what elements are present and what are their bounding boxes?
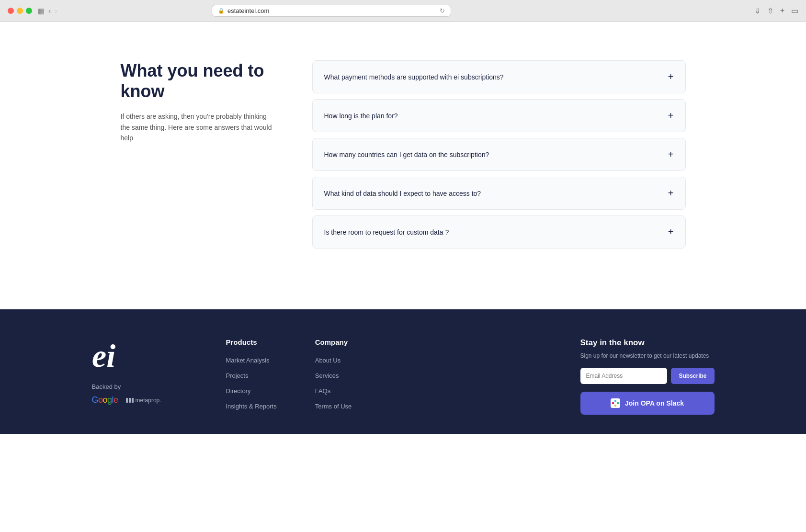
faq-expand-icon-1: + <box>668 71 674 82</box>
faq-list: What payment methods are supported with … <box>312 60 686 249</box>
slack-icon <box>611 398 620 408</box>
footer-link-projects[interactable]: Projects <box>226 372 249 379</box>
footer: ei Backed by Google metaprop. <box>0 309 806 434</box>
faq-item-4[interactable]: What kind of data should I expect to hav… <box>312 177 686 210</box>
footer-col-products: Products Market Analysis Projects Direct… <box>226 338 277 410</box>
faq-question-5: Is there room to request for custom data… <box>324 228 449 236</box>
faq-expand-icon-2: + <box>668 110 674 121</box>
faq-expand-icon-4: + <box>668 188 674 199</box>
list-item: About Us <box>315 356 352 364</box>
faq-section: What you need to know If others are aski… <box>92 22 715 287</box>
browser-chrome: ▦ ‹ › 🔒 estateintel.com ↻ ⇓ ⇧ + ▭ <box>0 0 806 22</box>
footer-link-market-analysis[interactable]: Market Analysis <box>226 357 270 364</box>
metaprop-text: metaprop. <box>136 397 161 404</box>
download-icon[interactable]: ⇓ <box>754 6 761 15</box>
faq-question-3: How many countries can I get data on the… <box>324 151 489 158</box>
list-item: Services <box>315 371 352 380</box>
email-input[interactable] <box>580 368 668 384</box>
faq-item-5[interactable]: Is there room to request for custom data… <box>312 215 686 249</box>
footer-link-terms[interactable]: Terms of Use <box>315 403 352 410</box>
browser-nav-icons: ▦ ‹ › <box>38 7 57 15</box>
footer-col-company: Company About Us Services FAQs Terms of … <box>315 338 352 410</box>
traffic-lights <box>8 8 32 14</box>
svg-rect-6 <box>617 402 619 404</box>
list-item: Insights & Reports <box>226 402 277 410</box>
footer-col-products-heading: Products <box>226 338 277 346</box>
svg-text:ei: ei <box>92 338 115 372</box>
minimize-button[interactable] <box>17 8 23 14</box>
newsletter-heading: Stay in the know <box>580 338 715 348</box>
list-item: Projects <box>226 371 277 380</box>
newsletter-form: Subscribe <box>580 368 715 384</box>
lock-icon: 🔒 <box>218 8 225 14</box>
page-content: What you need to know If others are aski… <box>0 22 806 309</box>
faq-item-3[interactable]: How many countries can I get data on the… <box>312 138 686 171</box>
faq-title: What you need to know <box>121 60 274 102</box>
faq-subtitle: If others are asking, then you're probab… <box>121 111 274 143</box>
list-item: FAQs <box>315 386 352 395</box>
list-item: Market Analysis <box>226 356 277 364</box>
footer-link-services[interactable]: Services <box>315 372 339 379</box>
svg-rect-2 <box>129 398 131 403</box>
subscribe-button[interactable]: Subscribe <box>671 368 714 384</box>
backed-by-logos: Google metaprop. <box>92 395 197 405</box>
footer-inner: ei Backed by Google metaprop. <box>92 338 715 415</box>
metaprop-icon <box>126 396 134 404</box>
metaprop-logo: metaprop. <box>126 396 161 404</box>
footer-col-products-list: Market Analysis Projects Directory Insig… <box>226 356 277 410</box>
list-item: Directory <box>226 386 277 395</box>
faq-question-2: How long is the plan for? <box>324 112 398 120</box>
faq-item-2[interactable]: How long is the plan for? + <box>312 99 686 132</box>
url-text: estateintel.com <box>227 7 269 14</box>
svg-rect-3 <box>132 398 134 403</box>
footer-brand: ei Backed by Google metaprop. <box>92 338 197 405</box>
footer-col-company-heading: Company <box>315 338 352 346</box>
faq-expand-icon-5: + <box>668 226 674 238</box>
url-bar[interactable]: 🔒 estateintel.com ↻ <box>212 5 451 17</box>
back-icon[interactable]: ‹ <box>48 7 51 15</box>
forward-icon[interactable]: › <box>55 7 57 15</box>
reload-icon[interactable]: ↻ <box>440 7 445 14</box>
sidebar-toggle-icon[interactable]: ▦ <box>38 7 45 15</box>
footer-links: Products Market Analysis Projects Direct… <box>226 338 552 410</box>
google-logo: Google <box>92 395 118 405</box>
maximize-button[interactable] <box>26 8 32 14</box>
newsletter-description: Sign up for our newsletter to get our la… <box>580 351 715 360</box>
footer-link-directory[interactable]: Directory <box>226 387 251 395</box>
ei-logo-svg: ei <box>92 338 130 372</box>
faq-question-4: What kind of data should I expect to hav… <box>324 190 481 197</box>
svg-rect-4 <box>612 402 614 404</box>
footer-newsletter: Stay in the know Sign up for our newslet… <box>580 338 715 415</box>
footer-link-about[interactable]: About Us <box>315 357 341 364</box>
list-item: Terms of Use <box>315 402 352 410</box>
footer-col-company-list: About Us Services FAQs Terms of Use <box>315 356 352 410</box>
faq-question-1: What payment methods are supported with … <box>324 73 504 81</box>
new-tab-icon[interactable]: + <box>780 6 784 15</box>
share-icon[interactable]: ⇧ <box>767 6 773 15</box>
footer-link-insights[interactable]: Insights & Reports <box>226 403 277 410</box>
join-opa-button[interactable]: Join OPA on Slack <box>580 392 715 415</box>
faq-expand-icon-3: + <box>668 149 674 160</box>
faq-left-panel: What you need to know If others are aski… <box>121 60 274 144</box>
svg-rect-7 <box>614 405 616 407</box>
browser-right-icons: ⇓ ⇧ + ▭ <box>754 6 798 15</box>
backed-by-label: Backed by <box>92 383 197 390</box>
svg-rect-5 <box>614 400 616 402</box>
close-button[interactable] <box>8 8 14 14</box>
faq-item-1[interactable]: What payment methods are supported with … <box>312 60 686 93</box>
svg-rect-1 <box>126 398 128 403</box>
footer-logo: ei <box>92 338 197 375</box>
tabs-icon[interactable]: ▭ <box>791 6 798 15</box>
join-opa-label: Join OPA on Slack <box>625 399 684 407</box>
footer-link-faqs[interactable]: FAQs <box>315 387 331 395</box>
